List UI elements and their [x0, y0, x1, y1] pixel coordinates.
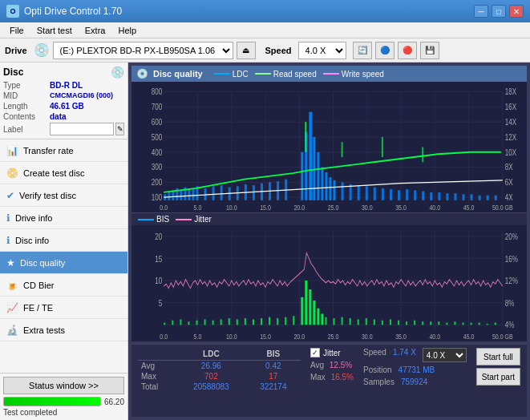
speed-select-inline[interactable]: 4.0 X [423, 348, 467, 362]
sidebar-item-fe-te[interactable]: 📈 FE / TE [0, 297, 127, 319]
disc-section-icon: 💿 [111, 66, 124, 79]
svg-rect-83 [406, 189, 408, 200]
progress-bar-outer [3, 397, 101, 406]
svg-text:20: 20 [155, 232, 162, 242]
svg-rect-71 [321, 168, 323, 200]
start-part-button[interactable]: Start part [476, 368, 520, 386]
svg-rect-158 [325, 317, 326, 325]
svg-rect-84 [414, 190, 416, 200]
svg-text:25.0: 25.0 [328, 332, 339, 341]
disc-info-icon: ℹ [6, 235, 10, 246]
menu-extra[interactable]: Extra [79, 24, 112, 37]
speed-info-label: Speed [363, 348, 386, 362]
svg-text:800: 800 [152, 87, 162, 96]
legend-bis: BIS [138, 215, 169, 224]
svg-rect-142 [220, 319, 222, 325]
sidebar-item-disc-quality[interactable]: ★ Disc quality [0, 252, 127, 274]
legend-bis-label: BIS [156, 215, 169, 224]
stats-row: LDC BIS Avg 26.96 0.42 Max 702 [131, 345, 527, 417]
svg-rect-68 [309, 112, 312, 200]
legend-write-speed-label: Write speed [342, 70, 384, 79]
sidebar-item-transfer-rate[interactable]: 📊 Transfer rate [0, 139, 127, 162]
svg-text:30.0: 30.0 [362, 204, 373, 212]
svg-text:15: 15 [155, 253, 162, 264]
label-edit-button[interactable]: ✎ [115, 123, 124, 135]
sidebar-item-extra-tests[interactable]: 🔬 Extra tests [0, 319, 127, 341]
drive-info-icon: ℹ [6, 212, 10, 224]
svg-text:5.0: 5.0 [194, 332, 202, 341]
svg-rect-166 [390, 319, 391, 325]
stats-max-row: Max 702 17 [138, 371, 301, 382]
speed-select[interactable]: 4.0 X [298, 42, 346, 59]
save-button[interactable]: 💾 [420, 42, 439, 59]
label-label: Label [3, 125, 50, 134]
svg-text:15.0: 15.0 [260, 332, 271, 341]
legend-ldc: LDC [214, 70, 249, 79]
eject-button[interactable]: ⏏ [237, 42, 256, 59]
label-input[interactable] [50, 123, 114, 135]
svg-rect-149 [277, 318, 278, 325]
svg-text:30.0: 30.0 [362, 332, 373, 341]
verify-test-disc-icon: ✔ [6, 190, 14, 201]
length-label: Length [3, 102, 50, 111]
svg-text:4%: 4% [505, 320, 515, 330]
disc-contents-row: Contents data [3, 112, 124, 121]
svg-rect-92 [479, 196, 481, 200]
legend-read-speed: Read speed [255, 70, 317, 79]
svg-rect-167 [398, 321, 399, 325]
svg-rect-70 [317, 152, 319, 200]
refresh-button[interactable]: 🔄 [353, 42, 372, 59]
svg-rect-53 [192, 188, 194, 200]
sidebar-item-create-test-disc[interactable]: 📀 Create test disc [0, 162, 127, 184]
content-area: 💿 Disc quality LDC Read speed Write spee… [128, 63, 530, 420]
stats-speed-section: Speed 1.74 X 4.0 X Position 47731 MB Sam… [363, 348, 467, 386]
svg-rect-93 [487, 196, 489, 200]
svg-rect-72 [325, 172, 327, 200]
settings-button1[interactable]: 🔵 [375, 42, 394, 59]
svg-text:50.0 GB: 50.0 GB [492, 204, 513, 212]
svg-rect-141 [212, 321, 214, 325]
sidebar-item-verify-test-disc[interactable]: ✔ Verify test disc [0, 184, 127, 207]
start-full-button[interactable]: Start full [476, 348, 520, 365]
length-value: 46.61 GB [50, 102, 84, 111]
drive-select[interactable]: (E:) PLEXTOR BD-R PX-LB950SA 1.06 [53, 42, 233, 59]
svg-rect-135 [164, 323, 165, 325]
speed-info-val: 1.74 X [393, 348, 416, 362]
sidebar-item-drive-info[interactable]: ℹ Drive info [0, 207, 127, 229]
svg-text:20.0: 20.0 [293, 204, 305, 212]
settings-button2[interactable]: 🔴 [398, 42, 417, 59]
svg-rect-50 [180, 190, 182, 200]
sidebar-item-cd-bier[interactable]: 🍺 CD Bier [0, 274, 127, 297]
svg-text:50.0 GB: 50.0 GB [492, 332, 513, 341]
legend-ldc-label: LDC [233, 70, 249, 79]
disc-mid-row: MID CMCMAGDI6 (000) [3, 91, 124, 100]
menu-start-test[interactable]: Start test [30, 24, 79, 37]
cd-bier-label: CD Bier [23, 281, 55, 290]
start-buttons: Start full Start part [476, 348, 520, 386]
svg-text:40.0: 40.0 [429, 204, 440, 212]
svg-text:20%: 20% [505, 232, 518, 242]
close-button[interactable]: ✕ [509, 5, 524, 18]
svg-rect-178 [487, 324, 488, 325]
menu-help[interactable]: Help [111, 24, 143, 37]
svg-rect-52 [188, 189, 190, 200]
svg-text:400: 400 [152, 148, 162, 157]
minimize-button[interactable]: ─ [474, 5, 488, 18]
avg-ldc: 26.96 [176, 361, 246, 372]
transfer-rate-label: Transfer rate [23, 146, 74, 155]
progress-bar-inner [4, 398, 100, 406]
jitter-checkbox[interactable]: ✓ [310, 348, 320, 357]
svg-text:25.0: 25.0 [328, 204, 339, 212]
maximize-button[interactable]: □ [492, 5, 506, 18]
menu-file[interactable]: File [3, 24, 30, 37]
samples-val: 759924 [401, 378, 427, 386]
jitter-label: Jitter [323, 349, 341, 357]
status-text: Test completed [3, 408, 124, 417]
avg-bis: 0.42 [246, 361, 301, 372]
status-window-button[interactable]: Status window >> [3, 377, 124, 394]
sidebar-item-disc-info[interactable]: ℹ Disc info [0, 229, 127, 252]
svg-rect-175 [463, 323, 464, 325]
stats-table: LDC BIS Avg 26.96 0.42 Max 702 [138, 348, 301, 392]
svg-rect-98 [422, 147, 423, 163]
svg-text:6X: 6X [505, 178, 513, 187]
